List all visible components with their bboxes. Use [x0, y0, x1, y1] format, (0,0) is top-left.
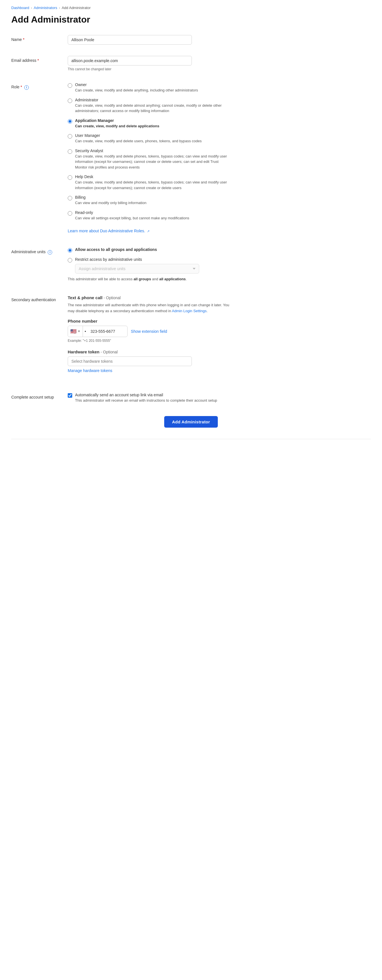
- email-content: This cannot be changed later: [68, 56, 231, 71]
- role-option-administrator: Administrator Can create, view, modify a…: [68, 98, 231, 114]
- phone-number-label: Phone number: [68, 319, 231, 323]
- email-required-star: *: [38, 58, 39, 63]
- admin-units-access-text: This administrator will be able to acces…: [68, 277, 231, 281]
- role-section: Role * i Owner Can create, view, modify …: [11, 83, 371, 233]
- page-title: Add Administrator: [11, 14, 371, 25]
- add-administrator-button[interactable]: Add Administrator: [164, 416, 218, 428]
- admin-units-radio-all[interactable]: [68, 248, 72, 253]
- phone-input[interactable]: [88, 327, 127, 336]
- email-label: Email address *: [11, 56, 68, 63]
- access-bold-groups: all groups: [133, 277, 151, 281]
- name-content: [68, 35, 231, 45]
- role-desc-application-manager: Can create, view, modify and delete appl…: [75, 123, 231, 129]
- role-option-billing: Billing Can view and modify only billing…: [68, 195, 231, 206]
- admin-units-label-restrict: Restrict access by administrative units: [75, 257, 231, 262]
- secondary-auth-content: Text & phone call - Optional The new adm…: [68, 295, 231, 379]
- breadcrumb-sep-1: ›: [31, 6, 32, 10]
- complete-setup-checkbox-row: Automatically send an account setup link…: [68, 393, 231, 402]
- phone-auth-title: Text & phone call - Optional: [68, 295, 231, 300]
- name-section: Name *: [11, 35, 371, 45]
- hardware-token-subsection: Hardware token - Optional Manage hardwar…: [68, 350, 231, 373]
- breadcrumb-dashboard[interactable]: Dashboard: [11, 6, 29, 10]
- breadcrumb-administrators[interactable]: Administrators: [34, 6, 57, 10]
- flag-dropdown-arrow: ▼: [78, 330, 81, 333]
- role-radio-help-desk[interactable]: [68, 175, 72, 180]
- role-radio-read-only[interactable]: [68, 211, 72, 216]
- phone-number-row: 🇺🇸 ▼ • Show extension field: [68, 326, 231, 337]
- admin-units-radio-restrict[interactable]: [68, 258, 72, 262]
- role-info-icon[interactable]: i: [24, 85, 29, 90]
- role-radio-application-manager[interactable]: [68, 119, 72, 124]
- role-label-help-desk: Help Desk: [75, 175, 231, 179]
- show-extension-link[interactable]: Show extension field: [131, 329, 167, 334]
- role-option-owner: Owner Can create, view, modify and delet…: [68, 83, 231, 93]
- complete-setup-checkbox-label: Automatically send an account setup link…: [75, 393, 231, 397]
- role-label-security-analyst: Security Analyst: [75, 148, 231, 153]
- role-desc-security-analyst: Can create, view, modify and delete phon…: [75, 154, 231, 170]
- phone-example-text: Example: "+1 201-555-5555": [68, 339, 231, 343]
- admin-units-dropdown[interactable]: Assign administrative units: [75, 264, 199, 274]
- phone-auth-desc: The new administrator will authenticate …: [68, 302, 231, 314]
- hw-token-input[interactable]: [68, 356, 192, 366]
- role-label-application-manager: Application Manager: [75, 118, 231, 123]
- admin-login-settings-link[interactable]: Admin Login Settings: [172, 309, 206, 313]
- role-label-read-only: Read-only: [75, 210, 231, 215]
- submit-section: Add Administrator: [11, 416, 371, 428]
- email-input[interactable]: [68, 56, 192, 65]
- breadcrumb-sep-2: ›: [59, 6, 60, 10]
- role-label-billing: Billing: [75, 195, 231, 200]
- role-desc-owner: Can create, view, modify and delete anyt…: [75, 88, 231, 93]
- role-radio-user-manager[interactable]: [68, 134, 72, 138]
- role-option-security-analyst: Security Analyst Can create, view, modif…: [68, 148, 231, 170]
- name-label: Name *: [11, 35, 68, 42]
- role-content: Owner Can create, view, modify and delet…: [68, 83, 231, 233]
- role-label-user-manager: User Manager: [75, 133, 231, 138]
- admin-units-label: Administrative units i: [11, 247, 68, 255]
- role-required-star: *: [21, 85, 22, 89]
- manage-hardware-tokens-link[interactable]: Manage hardware tokens: [68, 368, 112, 373]
- name-required-star: *: [23, 37, 24, 42]
- admin-units-content: Allow access to all groups and applicati…: [68, 247, 231, 281]
- admin-units-option-all: Allow access to all groups and applicati…: [68, 247, 231, 253]
- complete-setup-content: Automatically send an account setup link…: [68, 393, 231, 405]
- role-option-application-manager: Application Manager Can create, view, mo…: [68, 118, 231, 129]
- complete-setup-label: Complete account setup: [11, 393, 68, 399]
- admin-units-radio-group: Allow access to all groups and applicati…: [68, 247, 231, 274]
- complete-setup-section: Complete account setup Automatically sen…: [11, 393, 371, 405]
- complete-setup-checkbox[interactable]: [68, 393, 72, 398]
- role-label-administrator: Administrator: [75, 98, 231, 102]
- role-radio-administrator[interactable]: [68, 99, 72, 103]
- role-radio-billing[interactable]: [68, 196, 72, 200]
- access-bold-apps: all applications: [159, 277, 185, 281]
- external-link-icon: ↗: [147, 229, 149, 233]
- phone-country-code: •: [83, 327, 88, 336]
- email-hint: This cannot be changed later: [68, 67, 231, 71]
- role-desc-billing: Can view and modify only billing informa…: [75, 200, 231, 206]
- email-section: Email address * This cannot be changed l…: [11, 56, 371, 71]
- role-desc-user-manager: Can create, view, modify and delete user…: [75, 138, 231, 144]
- role-desc-help-desk: Can create, view, modify and delete phon…: [75, 180, 231, 191]
- role-option-user-manager: User Manager Can create, view, modify an…: [68, 133, 231, 144]
- role-desc-read-only: Can view all settings except billing, bu…: [75, 215, 231, 221]
- admin-units-label-all: Allow access to all groups and applicati…: [75, 247, 231, 252]
- role-option-read-only: Read-only Can view all settings except b…: [68, 210, 231, 221]
- flag-dropdown-button[interactable]: 🇺🇸 ▼: [68, 326, 83, 337]
- role-desc-administrator: Can create, view, modify and delete almo…: [75, 103, 231, 114]
- admin-units-section: Administrative units i Allow access to a…: [11, 247, 371, 281]
- phone-input-wrapper: 🇺🇸 ▼ •: [68, 326, 127, 337]
- role-option-help-desk: Help Desk Can create, view, modify and d…: [68, 175, 231, 191]
- secondary-auth-section: Secondary authentication Text & phone ca…: [11, 295, 371, 379]
- role-radio-security-analyst[interactable]: [68, 149, 72, 154]
- admin-units-option-restrict: Restrict access by administrative units …: [68, 257, 231, 274]
- role-radio-owner[interactable]: [68, 83, 72, 88]
- role-radio-group: Owner Can create, view, modify and delet…: [68, 83, 231, 221]
- complete-setup-checkbox-desc: This administrator will receive an email…: [75, 398, 231, 402]
- flag-emoji: 🇺🇸: [70, 328, 76, 334]
- phone-auth-subsection: Text & phone call - Optional The new adm…: [68, 295, 231, 343]
- role-label-owner: Owner: [75, 83, 231, 87]
- admin-units-info-icon[interactable]: i: [48, 250, 52, 255]
- name-input[interactable]: [68, 35, 192, 45]
- hw-token-title: Hardware token - Optional: [68, 350, 231, 354]
- breadcrumb-current: Add Administrator: [62, 6, 91, 10]
- learn-more-roles-link[interactable]: Learn more about Duo Administrative Role…: [68, 229, 149, 233]
